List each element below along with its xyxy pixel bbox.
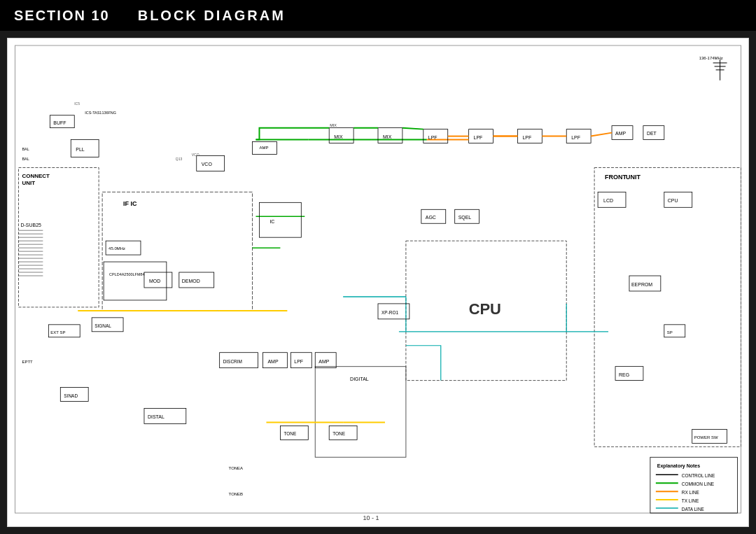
svg-text:BAL: BAL <box>22 157 29 161</box>
svg-text:REG: REG <box>619 372 629 377</box>
svg-text:BAL: BAL <box>22 147 29 151</box>
svg-text:Q13: Q13 <box>176 157 183 161</box>
svg-text:LPF: LPF <box>571 135 580 140</box>
svg-text:LPF: LPF <box>294 359 303 364</box>
svg-text:LPF: LPF <box>522 135 531 140</box>
svg-text:IC5: IC5 <box>74 101 80 106</box>
svg-text:DET: DET <box>647 131 657 136</box>
svg-text:UNIT: UNIT <box>22 180 35 186</box>
svg-text:UNIT: UNIT <box>626 174 640 181</box>
svg-text:IF IC: IF IC <box>123 200 137 207</box>
svg-text:AMP: AMP <box>615 131 626 136</box>
svg-text:VCO: VCO <box>202 162 213 167</box>
svg-text:45.0MHz: 45.0MHz <box>108 246 125 251</box>
svg-text:DISTAL: DISTAL <box>148 414 164 419</box>
svg-text:EPTT: EPTT <box>22 360 33 364</box>
svg-text:CPLD4A2500LFM84: CPLD4A2500LFM84 <box>109 272 144 276</box>
svg-text:MOD: MOD <box>149 279 160 283</box>
diagram-container: CONNECT UNIT D-SUB25 IF IC CPU FRONT UNI… <box>7 38 749 527</box>
svg-text:SP: SP <box>667 330 673 335</box>
svg-text:EXT SP: EXT SP <box>50 330 65 335</box>
svg-text:CONNECT: CONNECT <box>22 173 50 179</box>
svg-text:TONE: TONE <box>284 431 297 436</box>
svg-text:AMP: AMP <box>259 146 268 150</box>
block-diagram-svg: CONNECT UNIT D-SUB25 IF IC CPU FRONT UNI… <box>8 38 748 526</box>
svg-text:EEPROM: EEPROM <box>631 282 652 287</box>
svg-text:D-SUB25: D-SUB25 <box>20 223 41 227</box>
svg-text:AMP: AMP <box>267 359 278 364</box>
svg-text:AMP: AMP <box>318 359 329 364</box>
svg-text:DATA LINE: DATA LINE <box>682 507 705 512</box>
svg-text:TONEA: TONEA <box>229 466 243 470</box>
svg-text:SIGNAL: SIGNAL <box>94 323 111 328</box>
section-title: BLOCK DIAGRAM <box>138 8 286 24</box>
svg-text:DEMOD: DEMOD <box>182 279 200 283</box>
svg-text:LPF: LPF <box>428 135 438 140</box>
svg-text:RX LINE: RX LINE <box>682 490 700 495</box>
svg-text:Explanatory Notes: Explanatory Notes <box>657 463 700 469</box>
svg-text:COMMON LINE: COMMON LINE <box>682 482 715 486</box>
svg-text:TONE: TONE <box>332 431 346 436</box>
svg-text:136-174MHz: 136-174MHz <box>699 56 723 60</box>
svg-text:VCO: VCO <box>192 153 200 157</box>
section-number: SECTION 10 <box>14 8 110 24</box>
svg-text:MIX: MIX <box>383 134 392 139</box>
svg-text:LCD: LCD <box>603 198 613 203</box>
svg-text:BUFF: BUFF <box>53 120 66 125</box>
svg-text:POWER SW: POWER SW <box>694 435 718 440</box>
svg-text:CONTROL LINE: CONTROL LINE <box>682 473 715 478</box>
svg-text:TONEB: TONEB <box>229 492 243 496</box>
svg-text:DIGITAL: DIGITAL <box>350 377 369 381</box>
page-number: 10 - 1 <box>363 514 379 521</box>
svg-text:SQEL: SQEL <box>458 215 472 220</box>
svg-text:MIX: MIX <box>334 134 343 139</box>
svg-text:FRONT: FRONT <box>605 174 626 181</box>
svg-text:DISCRIM: DISCRIM <box>223 359 242 364</box>
svg-text:TX LINE: TX LINE <box>682 498 699 503</box>
svg-text:IC: IC <box>270 219 274 224</box>
svg-text:XP-RO1: XP-RO1 <box>382 310 398 315</box>
svg-text:CPU: CPU <box>668 198 678 203</box>
svg-text:PLL: PLL <box>76 147 85 152</box>
svg-text:AGC: AGC <box>426 215 436 220</box>
page-header: SECTION 10 BLOCK DIAGRAM <box>0 0 756 31</box>
svg-text:ICS-TAS1136FNG: ICS-TAS1136FNG <box>85 111 116 115</box>
svg-text:MIX: MIX <box>330 123 337 127</box>
cpu-label: CPU <box>469 300 501 318</box>
svg-text:LPF: LPF <box>474 135 483 140</box>
svg-text:SINAD: SINAD <box>64 393 78 398</box>
